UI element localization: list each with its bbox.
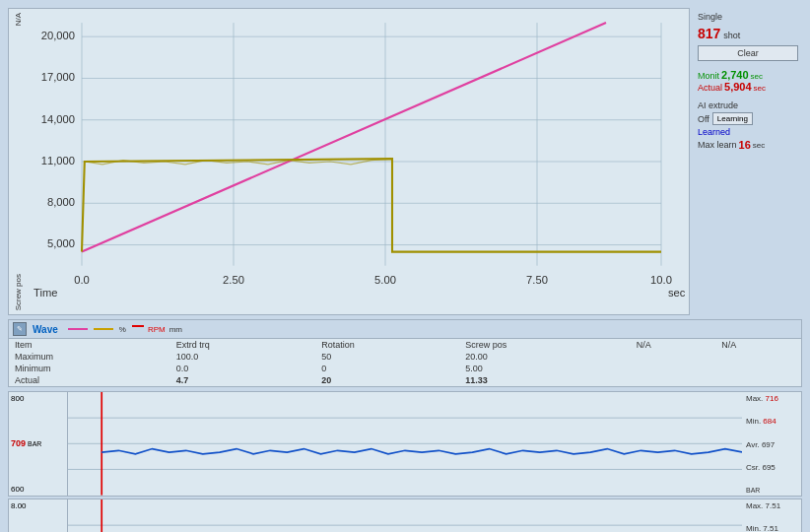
peak-chart: 800 709 BAR 600	[8, 391, 802, 497]
min-label: Minimum	[9, 363, 170, 374]
max-learn-value: 16	[739, 139, 751, 151]
min-na1	[631, 363, 716, 374]
svg-text:Time: Time	[34, 287, 57, 299]
minc-y-max: 8.00	[11, 501, 65, 510]
minc-min-value: 7.51	[763, 524, 778, 532]
wave-min-row: Minimum 0.0 0 5.00	[9, 363, 801, 374]
minc-chart: 8.00 7.51 mm 7.00 Max.	[8, 499, 802, 532]
col-extrd: Extrd trq	[170, 339, 316, 351]
bottom-charts: 800 709 BAR 600	[8, 391, 802, 532]
actual-rotation: 20	[315, 374, 459, 386]
svg-text:sec: sec	[668, 287, 686, 299]
wave-units: RPM mm	[132, 325, 182, 334]
peak-csr-value: 695	[762, 463, 775, 472]
svg-text:20,000: 20,000	[41, 30, 75, 41]
minc-max-label: Max.	[746, 501, 763, 510]
max-na2	[715, 351, 801, 363]
min-na2	[715, 363, 801, 374]
actual-unit: sec	[754, 84, 766, 93]
minc-svg	[68, 499, 742, 532]
max-screw: 20.00	[459, 351, 630, 363]
col-item: Item	[9, 339, 170, 351]
max-rotation: 50	[315, 351, 459, 363]
single-section: Single	[698, 12, 798, 22]
peak-y-min: 600	[11, 485, 65, 494]
ai-off-label: Off	[698, 114, 709, 124]
wave-table: Item Extrd trq Rotation Screw pos N/A N/…	[9, 339, 801, 386]
wave-max-row: Maximum 100.0 50 20.00	[9, 351, 801, 363]
wave-title: Wave	[33, 324, 58, 335]
y-screw-label: Screw pos	[14, 274, 23, 310]
col-rotation: Rotation	[315, 339, 459, 351]
legend-pink-line	[68, 328, 88, 330]
clear-button[interactable]: Clear	[698, 45, 798, 61]
peak-svg	[68, 392, 742, 496]
svg-text:8,000: 8,000	[47, 196, 75, 208]
actual-screw: 11.33	[459, 374, 630, 386]
actual-na1	[631, 374, 716, 386]
peak-y-max: 800	[11, 394, 65, 403]
monit-unit: sec	[751, 72, 763, 81]
monit-label: Monit	[698, 71, 719, 81]
wave-section: ✎ Wave % RPM mm Item Extrd trq Rotation …	[8, 319, 802, 387]
svg-text:10.0: 10.0	[650, 274, 672, 286]
actual-value: 5,904	[724, 81, 752, 93]
svg-rect-31	[68, 499, 742, 532]
peak-min-value: 684	[763, 417, 776, 426]
minc-stats: Max. 7.51 Min. 7.51 Avr. 7.51 Csr. 7.51 …	[742, 499, 801, 532]
shot-unit: shot	[723, 31, 740, 40]
max-na1	[631, 351, 716, 363]
actual-row: Actual 5,904 sec	[698, 81, 798, 93]
main-chart-svg: 20,000 17,000 14,000 11,000 8,000 5,000 …	[27, 9, 689, 314]
peak-min-label: Min.	[746, 417, 761, 426]
legend-pct: %	[119, 325, 126, 334]
minc-max-value: 7.51	[766, 501, 781, 510]
svg-text:7.50: 7.50	[526, 274, 548, 286]
max-learn-row: Max learn 16 sec	[698, 139, 798, 151]
actual-label: Actual	[698, 83, 722, 93]
minc-chart-inner	[68, 499, 742, 532]
peak-max-label: Max.	[746, 394, 763, 403]
learned-label: Learned	[698, 127, 730, 137]
actual-na2	[715, 374, 801, 386]
minc-min-label: Min.	[746, 524, 761, 532]
wave-header-row: Item Extrd trq Rotation Screw pos N/A N/…	[9, 339, 801, 351]
max-label: Maximum	[9, 351, 170, 363]
monit-value: 2,740	[721, 69, 749, 81]
mm-label: mm	[169, 325, 182, 334]
monit-section: Monit 2,740 sec Actual 5,904 sec	[698, 69, 798, 93]
rpm-label: RPM	[148, 325, 166, 334]
peak-avr-label: Avr.	[746, 440, 760, 449]
actual-row-label: Actual	[9, 374, 170, 386]
main-container: N/A Screw pos	[0, 0, 810, 532]
col-na2: N/A	[715, 339, 801, 351]
peak-unit: BAR	[746, 487, 797, 494]
min-screw: 5.00	[459, 363, 630, 374]
top-section: N/A Screw pos	[8, 8, 802, 315]
peak-y-mid: 709	[11, 438, 26, 448]
learning-button[interactable]: Learning	[712, 112, 753, 125]
peak-csr-label: Csr.	[746, 463, 760, 472]
min-extrd: 0.0	[170, 363, 316, 374]
legend-yellow-line	[94, 328, 113, 330]
ai-row: Off Learning	[698, 112, 798, 125]
max-learn-unit: sec	[753, 141, 765, 150]
svg-text:5,000: 5,000	[47, 237, 75, 249]
peak-chart-inner	[68, 392, 742, 496]
wave-legend: %	[68, 325, 126, 334]
max-extrd: 100.0	[170, 351, 316, 363]
single-label: Single	[698, 12, 722, 22]
chart-inner: 20,000 17,000 14,000 11,000 8,000 5,000 …	[27, 9, 689, 314]
max-learn-label: Max learn	[698, 140, 737, 150]
svg-text:17,000: 17,000	[41, 71, 75, 83]
col-screw: Screw pos	[459, 339, 630, 351]
svg-text:2.50: 2.50	[223, 274, 244, 286]
wave-actual-row: Actual 4.7 20 11.33	[9, 374, 801, 386]
main-chart-area: N/A Screw pos	[8, 8, 690, 315]
svg-text:0.0: 0.0	[74, 274, 90, 286]
wave-icon[interactable]: ✎	[13, 322, 27, 336]
peak-avr-value: 697	[762, 440, 775, 449]
col-na1: N/A	[631, 339, 716, 351]
wave-header: ✎ Wave % RPM mm	[9, 320, 801, 339]
ai-title: AI extrude	[698, 100, 798, 110]
